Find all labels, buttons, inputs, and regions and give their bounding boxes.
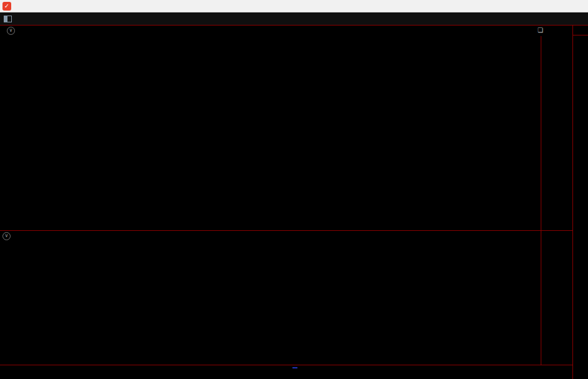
date-axis — [0, 365, 573, 378]
main-chart-header: ∨ ❏ — [0, 26, 573, 36]
quote-sidebar — [572, 26, 588, 379]
layout-split-icon[interactable] — [4, 16, 12, 22]
indicator-header: ∨ — [0, 231, 573, 241]
app-logo-icon: ✓ — [2, 2, 11, 11]
indicator-panel — [0, 241, 573, 365]
indicator-collapse-icon[interactable]: ∨ — [2, 232, 11, 240]
main-chart-canvas[interactable] — [0, 36, 573, 230]
indicator-canvas[interactable] — [0, 241, 573, 365]
tick-times — [573, 35, 588, 35]
period-toolbar — [0, 12, 588, 26]
chart-column: ∨ ❏ ∨ — [0, 26, 573, 379]
main-chart-panel — [0, 36, 573, 231]
window-icon[interactable]: ❏ — [538, 27, 543, 34]
content-area: ∨ ❏ ∨ — [0, 26, 588, 379]
crosshair-date-label — [292, 367, 297, 368]
collapse-icon[interactable]: ∨ — [7, 27, 15, 35]
menubar: ✓ — [0, 0, 588, 12]
tdx-terminal-window: ✓ ∨ ❏ ∨ — [0, 0, 588, 379]
axis-divider-line — [541, 36, 541, 365]
